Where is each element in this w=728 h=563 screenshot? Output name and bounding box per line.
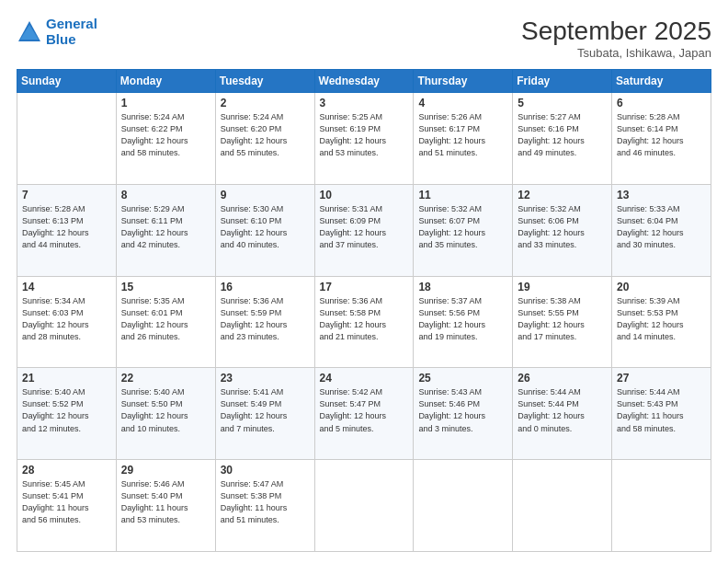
calendar-cell: 28Sunrise: 5:45 AM Sunset: 5:41 PM Dayli… <box>17 460 117 552</box>
day-number: 5 <box>518 97 607 109</box>
calendar-cell: 20Sunrise: 5:39 AM Sunset: 5:53 PM Dayli… <box>612 276 711 368</box>
logo-line2: Blue <box>46 31 76 47</box>
calendar-cell <box>612 460 711 552</box>
calendar-cell <box>314 460 414 552</box>
calendar-cell: 18Sunrise: 5:37 AM Sunset: 5:56 PM Dayli… <box>414 276 513 368</box>
day-info: Sunrise: 5:34 AM Sunset: 6:03 PM Dayligh… <box>22 295 111 343</box>
weekday-header-cell: Wednesday <box>314 70 414 93</box>
day-number: 17 <box>320 281 409 293</box>
day-number: 20 <box>617 281 706 293</box>
calendar-cell: 13Sunrise: 5:33 AM Sunset: 6:04 PM Dayli… <box>612 184 711 276</box>
weekday-header-cell: Monday <box>116 70 215 93</box>
day-number: 18 <box>418 281 507 293</box>
day-number: 16 <box>221 281 310 293</box>
calendar-cell: 2Sunrise: 5:24 AM Sunset: 6:20 PM Daylig… <box>215 93 314 185</box>
day-number: 27 <box>617 372 706 385</box>
weekday-header-row: SundayMondayTuesdayWednesdayThursdayFrid… <box>17 70 711 93</box>
day-info: Sunrise: 5:31 AM Sunset: 6:09 PM Dayligh… <box>320 203 409 251</box>
calendar-cell: 6Sunrise: 5:28 AM Sunset: 6:14 PM Daylig… <box>612 93 711 185</box>
calendar-cell: 1Sunrise: 5:24 AM Sunset: 6:22 PM Daylig… <box>116 93 215 185</box>
day-number: 25 <box>418 372 507 385</box>
day-number: 14 <box>22 281 111 293</box>
calendar-body: 1Sunrise: 5:24 AM Sunset: 6:22 PM Daylig… <box>17 93 711 552</box>
day-info: Sunrise: 5:38 AM Sunset: 5:55 PM Dayligh… <box>518 295 607 343</box>
calendar-cell: 15Sunrise: 5:35 AM Sunset: 6:01 PM Dayli… <box>116 276 215 368</box>
day-info: Sunrise: 5:40 AM Sunset: 5:50 PM Dayligh… <box>121 386 210 434</box>
svg-marker-1 <box>20 25 39 40</box>
day-info: Sunrise: 5:46 AM Sunset: 5:40 PM Dayligh… <box>121 478 210 526</box>
day-info: Sunrise: 5:39 AM Sunset: 5:53 PM Dayligh… <box>617 295 706 343</box>
month-year: September 2025 <box>521 17 711 46</box>
day-number: 24 <box>320 372 409 385</box>
calendar-cell: 29Sunrise: 5:46 AM Sunset: 5:40 PM Dayli… <box>116 460 215 552</box>
day-info: Sunrise: 5:24 AM Sunset: 6:20 PM Dayligh… <box>221 111 310 159</box>
calendar-cell: 27Sunrise: 5:44 AM Sunset: 5:43 PM Dayli… <box>612 368 711 460</box>
day-info: Sunrise: 5:44 AM Sunset: 5:44 PM Dayligh… <box>518 386 607 434</box>
day-number: 3 <box>320 97 409 109</box>
day-info: Sunrise: 5:32 AM Sunset: 6:07 PM Dayligh… <box>418 203 507 251</box>
day-info: Sunrise: 5:45 AM Sunset: 5:41 PM Dayligh… <box>22 478 111 526</box>
calendar-cell: 12Sunrise: 5:32 AM Sunset: 6:06 PM Dayli… <box>513 184 612 276</box>
day-number: 23 <box>221 372 310 385</box>
page: General Blue September 2025 Tsubata, Ish… <box>0 0 728 563</box>
calendar-week-row: 1Sunrise: 5:24 AM Sunset: 6:22 PM Daylig… <box>17 93 711 185</box>
day-info: Sunrise: 5:26 AM Sunset: 6:17 PM Dayligh… <box>418 111 507 159</box>
day-info: Sunrise: 5:42 AM Sunset: 5:47 PM Dayligh… <box>320 386 409 434</box>
logo: General Blue <box>17 17 97 47</box>
day-number: 22 <box>121 372 210 385</box>
day-info: Sunrise: 5:27 AM Sunset: 6:16 PM Dayligh… <box>518 111 607 159</box>
day-info: Sunrise: 5:30 AM Sunset: 6:10 PM Dayligh… <box>221 203 310 251</box>
calendar-week-row: 14Sunrise: 5:34 AM Sunset: 6:03 PM Dayli… <box>17 276 711 368</box>
day-number: 6 <box>617 97 706 109</box>
day-info: Sunrise: 5:29 AM Sunset: 6:11 PM Dayligh… <box>121 203 210 251</box>
day-number: 13 <box>617 189 706 201</box>
day-number: 26 <box>518 372 607 385</box>
weekday-header-cell: Saturday <box>612 70 711 93</box>
day-info: Sunrise: 5:24 AM Sunset: 6:22 PM Dayligh… <box>121 111 210 159</box>
calendar-cell: 19Sunrise: 5:38 AM Sunset: 5:55 PM Dayli… <box>513 276 612 368</box>
calendar-cell: 21Sunrise: 5:40 AM Sunset: 5:52 PM Dayli… <box>17 368 117 460</box>
day-info: Sunrise: 5:44 AM Sunset: 5:43 PM Dayligh… <box>617 386 706 434</box>
calendar-week-row: 21Sunrise: 5:40 AM Sunset: 5:52 PM Dayli… <box>17 368 711 460</box>
day-info: Sunrise: 5:25 AM Sunset: 6:19 PM Dayligh… <box>320 111 409 159</box>
day-info: Sunrise: 5:36 AM Sunset: 5:58 PM Dayligh… <box>320 295 409 343</box>
day-number: 7 <box>22 189 111 201</box>
calendar-table: SundayMondayTuesdayWednesdayThursdayFrid… <box>17 69 711 552</box>
day-number: 10 <box>320 189 409 201</box>
calendar-cell: 3Sunrise: 5:25 AM Sunset: 6:19 PM Daylig… <box>314 93 414 185</box>
day-number: 12 <box>518 189 607 201</box>
calendar-cell: 5Sunrise: 5:27 AM Sunset: 6:16 PM Daylig… <box>513 93 612 185</box>
day-info: Sunrise: 5:41 AM Sunset: 5:49 PM Dayligh… <box>221 386 310 434</box>
logo-line1: General <box>46 16 97 31</box>
day-number: 29 <box>121 464 210 477</box>
calendar-week-row: 7Sunrise: 5:28 AM Sunset: 6:13 PM Daylig… <box>17 184 711 276</box>
day-number: 19 <box>518 281 607 293</box>
day-info: Sunrise: 5:33 AM Sunset: 6:04 PM Dayligh… <box>617 203 706 251</box>
day-info: Sunrise: 5:37 AM Sunset: 5:56 PM Dayligh… <box>418 295 507 343</box>
day-number: 1 <box>121 97 210 109</box>
day-number: 15 <box>121 281 210 293</box>
calendar-cell: 22Sunrise: 5:40 AM Sunset: 5:50 PM Dayli… <box>116 368 215 460</box>
calendar-cell: 10Sunrise: 5:31 AM Sunset: 6:09 PM Dayli… <box>314 184 414 276</box>
calendar-cell: 24Sunrise: 5:42 AM Sunset: 5:47 PM Dayli… <box>314 368 414 460</box>
calendar-cell: 23Sunrise: 5:41 AM Sunset: 5:49 PM Dayli… <box>215 368 314 460</box>
calendar-cell <box>17 93 117 185</box>
day-info: Sunrise: 5:43 AM Sunset: 5:46 PM Dayligh… <box>418 386 507 434</box>
day-number: 4 <box>418 97 507 109</box>
day-number: 9 <box>221 189 310 201</box>
calendar-cell <box>414 460 513 552</box>
day-number: 21 <box>22 372 111 385</box>
calendar-cell: 26Sunrise: 5:44 AM Sunset: 5:44 PM Dayli… <box>513 368 612 460</box>
day-info: Sunrise: 5:47 AM Sunset: 5:38 PM Dayligh… <box>221 478 310 526</box>
day-info: Sunrise: 5:36 AM Sunset: 5:59 PM Dayligh… <box>221 295 310 343</box>
weekday-header-cell: Tuesday <box>215 70 314 93</box>
calendar-cell: 16Sunrise: 5:36 AM Sunset: 5:59 PM Dayli… <box>215 276 314 368</box>
logo-icon <box>17 19 42 45</box>
calendar-cell <box>513 460 612 552</box>
calendar-cell: 25Sunrise: 5:43 AM Sunset: 5:46 PM Dayli… <box>414 368 513 460</box>
day-info: Sunrise: 5:35 AM Sunset: 6:01 PM Dayligh… <box>121 295 210 343</box>
title-block: September 2025 Tsubata, Ishikawa, Japan <box>521 17 711 60</box>
day-number: 30 <box>221 464 310 477</box>
day-number: 2 <box>221 97 310 109</box>
day-info: Sunrise: 5:28 AM Sunset: 6:14 PM Dayligh… <box>617 111 706 159</box>
